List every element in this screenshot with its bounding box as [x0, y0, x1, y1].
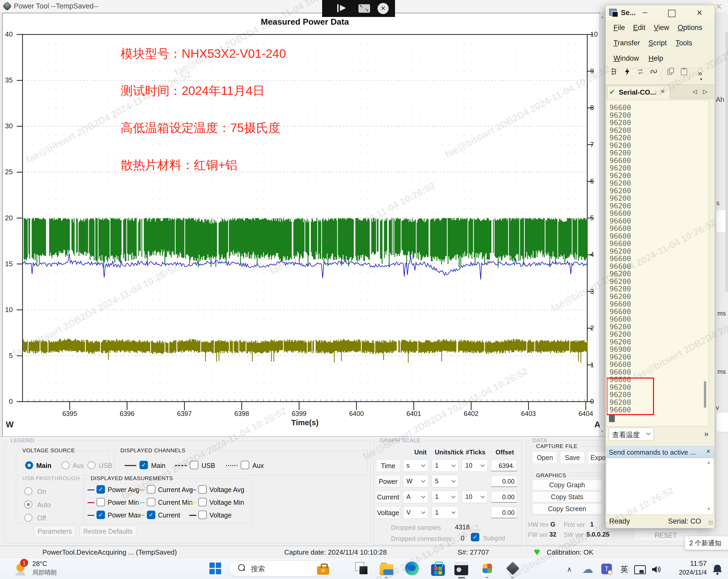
checkbox-unchecked[interactable]: [198, 498, 207, 506]
chevron-down-icon: [480, 463, 485, 467]
units-per-tick-select-value: 1: [435, 462, 439, 469]
fragment-v: v: [716, 404, 719, 412]
overlay-close-icon[interactable]: ×: [378, 3, 389, 14]
radio-unchecked[interactable]: [87, 461, 96, 469]
scrollbar-down-icon[interactable]: ▼: [600, 429, 604, 433]
play-skip-icon[interactable]: ▶: [340, 3, 346, 12]
checkbox-checked[interactable]: ✓: [139, 461, 148, 469]
terminal-line: 96200: [609, 277, 631, 286]
checkbox-checked[interactable]: ✓: [97, 485, 105, 494]
menu-tools[interactable]: Tools: [676, 39, 692, 47]
tab-close-icon[interactable]: ×: [661, 87, 665, 96]
chevron-down-icon: [480, 494, 485, 498]
toolbar-overflow-down-icon[interactable]: ▼: [699, 77, 703, 81]
send-commands-close-icon[interactable]: ×: [706, 447, 710, 455]
offset-field[interactable]: 6394.: [491, 460, 517, 471]
notification-toast[interactable]: 2 个新通知: [685, 536, 728, 550]
checkbox-checked[interactable]: ✓: [471, 533, 479, 541]
radio-checked[interactable]: [25, 461, 33, 469]
copy-graph-button[interactable]: Copy Graph: [532, 479, 602, 491]
close-icon[interactable]: ×: [697, 7, 702, 18]
checkbox-unchecked[interactable]: [198, 510, 207, 519]
parameters-button[interactable]: Parameters: [34, 525, 76, 537]
radio-unchecked[interactable]: [24, 487, 32, 495]
reconnect-icon[interactable]: [636, 67, 645, 76]
menu-script[interactable]: Script: [648, 39, 667, 47]
resize-grip[interactable]: [708, 520, 712, 525]
radio-checked-disabled[interactable]: [24, 501, 32, 508]
powertool-close-icon[interactable]: ×: [716, 1, 722, 12]
offset-field[interactable]: 0.00: [491, 475, 517, 487]
menu-edit[interactable]: Edit: [633, 24, 646, 32]
unit-select[interactable]: A: [403, 491, 428, 503]
input-scroll-up-icon[interactable]: ▲: [707, 460, 711, 465]
play-skip-icon[interactable]: [337, 4, 339, 12]
checkbox-checked[interactable]: ✓: [147, 510, 155, 519]
checkbox-unchecked[interactable]: [147, 498, 155, 506]
command-input[interactable]: [606, 458, 714, 515]
paste-icon[interactable]: [680, 67, 688, 76]
tab-next-icon[interactable]: ▷: [703, 88, 708, 95]
copy-screen-button[interactable]: Copy Screen: [532, 503, 602, 514]
checkbox-unchecked[interactable]: [147, 485, 155, 494]
unit-select[interactable]: s: [403, 459, 428, 472]
tab-prev-icon[interactable]: ◁: [693, 88, 697, 95]
radio-unchecked[interactable]: [61, 461, 70, 469]
store-tile: [434, 571, 438, 575]
restore-defaults-button[interactable]: Restore Defaults: [80, 525, 136, 537]
menu-window[interactable]: Window: [614, 54, 639, 62]
copy-stats-button[interactable]: Copy Stats: [532, 491, 602, 502]
voltage-source-option-label: Main: [36, 462, 51, 470]
unit-select[interactable]: V: [403, 506, 428, 519]
menu-file[interactable]: File: [614, 24, 625, 32]
channel-label: USB: [202, 462, 215, 470]
onedrive-icon[interactable]: ☁: [582, 562, 593, 576]
ticks-select[interactable]: 10: [462, 491, 488, 503]
copy-icon[interactable]: [667, 67, 675, 76]
y-axis-label-left: 15: [0, 260, 13, 268]
terminal-line: 96200: [609, 111, 631, 119]
session-icon[interactable]: [611, 67, 619, 76]
terminal-scrollbar[interactable]: [704, 381, 706, 408]
menu-options[interactable]: Options: [678, 24, 702, 32]
menu-view[interactable]: View: [654, 24, 669, 32]
toolbar-overflow-icon[interactable]: »: [698, 69, 702, 78]
units-per-tick-select[interactable]: 1: [432, 506, 459, 519]
checkbox-unchecked[interactable]: [190, 461, 198, 469]
units-per-tick-select[interactable]: 1: [432, 491, 459, 503]
scrollbar-up-icon[interactable]: ▲: [600, 15, 604, 19]
unit-select[interactable]: W: [403, 475, 428, 488]
menu-help[interactable]: Help: [648, 54, 663, 62]
units-per-tick-select[interactable]: 5: [432, 475, 459, 488]
ticks-select[interactable]: 10: [462, 459, 488, 472]
chevron-down-icon[interactable]: [646, 431, 651, 435]
ime-indicator[interactable]: 英: [620, 564, 628, 575]
link-icon[interactable]: [650, 67, 658, 76]
terminal-line: 96900: [609, 345, 631, 353]
volume-icon[interactable]: [650, 563, 662, 575]
checkbox-unchecked[interactable]: [97, 498, 105, 506]
open-button[interactable]: Open: [532, 451, 557, 464]
units-per-tick-select[interactable]: 1: [432, 459, 459, 472]
checkbox-checked[interactable]: ✓: [97, 510, 105, 519]
tray-chevron-up-icon[interactable]: ∧: [567, 565, 572, 574]
overflow-icon[interactable]: »: [704, 429, 709, 438]
notification-bell-icon[interactable]: [711, 563, 723, 576]
maximize-icon[interactable]: [668, 10, 676, 17]
checkbox-unchecked[interactable]: [241, 461, 249, 469]
offset-field[interactable]: 0.00: [491, 507, 517, 518]
clock[interactable]: 11:572024/11/4: [667, 559, 707, 576]
bolt-icon[interactable]: [623, 67, 631, 76]
terminal-output[interactable]: 9660096200962009620096200962009620096600…: [606, 100, 709, 426]
command-combobox[interactable]: 查看温度: [609, 428, 654, 441]
radio-unchecked[interactable]: [24, 514, 32, 522]
input-scroll-down-icon[interactable]: ▼: [707, 507, 711, 511]
checkbox-unchecked[interactable]: [198, 485, 207, 494]
menu-transfer[interactable]: Transfer: [614, 39, 640, 47]
minimize-icon[interactable]: –: [643, 7, 647, 17]
offset-field[interactable]: 0.00: [491, 491, 517, 503]
chart-scrollbar[interactable]: [600, 14, 605, 435]
save-button[interactable]: Save: [560, 451, 585, 464]
version-label: Prot ver: [564, 521, 585, 528]
start-button[interactable]: [209, 562, 221, 574]
